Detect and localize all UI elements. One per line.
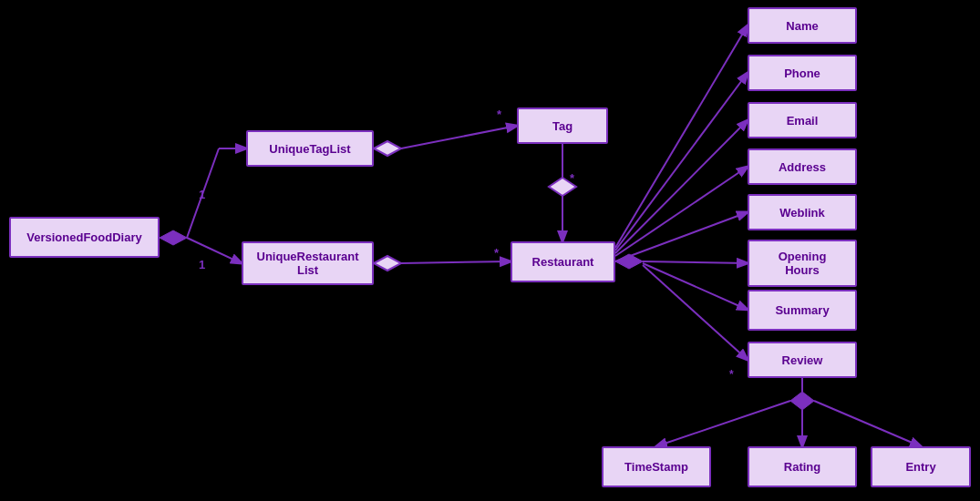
- box-name: Name: [748, 7, 857, 44]
- box-review: Review: [748, 342, 857, 378]
- svg-text:1: 1: [199, 188, 205, 201]
- box-rating: Rating: [748, 446, 857, 487]
- svg-text:*: *: [497, 107, 502, 121]
- svg-marker-21: [615, 254, 643, 269]
- svg-line-4: [187, 238, 242, 263]
- box-address: Address: [748, 148, 857, 185]
- svg-text:*: *: [494, 246, 500, 260]
- svg-marker-0: [160, 230, 187, 245]
- box-uniquetaglist: UniqueTagList: [246, 130, 374, 167]
- box-weblink: Weblink: [748, 194, 857, 230]
- svg-marker-6: [374, 141, 401, 156]
- svg-text:1: 1: [199, 258, 205, 271]
- diagram: 1 1 * * * *: [0, 0, 980, 501]
- svg-line-23: [643, 263, 748, 310]
- svg-line-16: [615, 26, 748, 248]
- svg-text:*: *: [729, 368, 734, 381]
- svg-line-18: [615, 120, 748, 253]
- box-restaurant: Restaurant: [511, 241, 615, 282]
- svg-marker-26: [790, 392, 814, 410]
- svg-line-7: [401, 126, 517, 148]
- svg-line-10: [401, 261, 511, 263]
- box-phone: Phone: [748, 55, 857, 91]
- svg-line-22: [643, 261, 748, 263]
- box-email: Email: [748, 102, 857, 138]
- svg-line-19: [615, 167, 748, 256]
- box-summary: Summary: [748, 290, 857, 331]
- svg-line-20: [615, 212, 748, 261]
- box-versionedfooddiary: VersionedFoodDiary: [9, 217, 160, 258]
- svg-line-17: [615, 73, 748, 250]
- box-uniquerestaurantlist: UniqueRestaurant List: [242, 241, 374, 285]
- box-entry: Entry: [871, 446, 971, 487]
- svg-marker-9: [374, 256, 401, 271]
- svg-text:*: *: [570, 171, 575, 185]
- svg-line-28: [656, 401, 790, 446]
- box-openinghours: Opening Hours: [748, 240, 857, 287]
- box-timestamp: TimeStamp: [602, 446, 711, 487]
- box-tag: Tag: [517, 107, 608, 144]
- svg-line-30: [814, 401, 921, 446]
- svg-line-24: [643, 265, 748, 360]
